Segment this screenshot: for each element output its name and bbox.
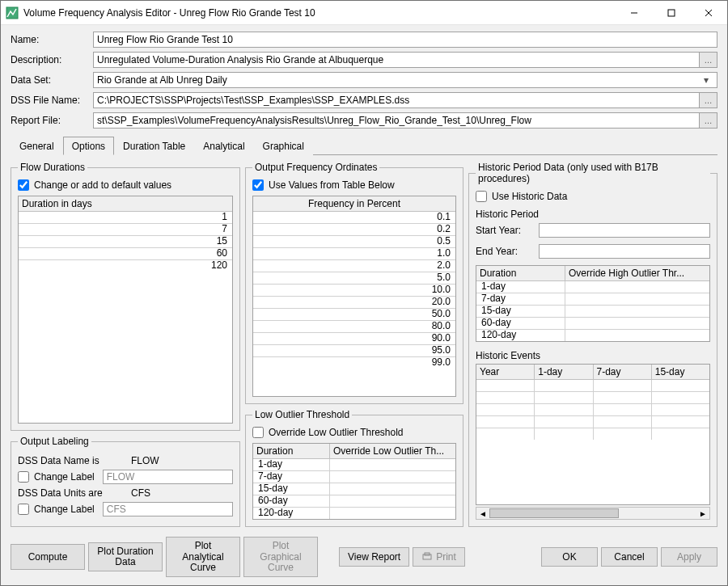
plot-graphical-button[interactable]: Plot Graphical Curve — [243, 537, 318, 577]
table-row[interactable]: 1-day — [253, 459, 455, 471]
tab-options[interactable]: Options — [63, 137, 114, 155]
frequency-grid-body[interactable]: 0.10.20.51.02.05.010.020.050.080.090.095… — [253, 212, 455, 369]
col-mid: Output Frequency Ordinates Use Values fr… — [245, 162, 463, 527]
historic-use-checkbox-input[interactable] — [476, 191, 487, 202]
flow-durations-checkbox-input[interactable] — [18, 179, 29, 191]
table-row[interactable]: 120-day — [476, 330, 709, 341]
maximize-button[interactable] — [653, 1, 690, 24]
change-units-checkbox[interactable]: Change Label — [18, 504, 95, 515]
table-row[interactable]: 60-day — [476, 318, 709, 330]
change-units-input[interactable] — [103, 502, 233, 516]
low-outlier-grid-head: Duration Override Low Outlier Th... — [253, 444, 455, 459]
data-name-label: DSS Data Name is — [18, 455, 123, 466]
historic-use-checkbox[interactable]: Use Historic Data — [476, 191, 710, 202]
tab-graphical[interactable]: Graphical — [254, 137, 313, 155]
historic-col2: Override High Outlier Thr... — [565, 266, 709, 280]
compute-button[interactable]: Compute — [11, 544, 85, 570]
dataset-combo[interactable]: Rio Grande at Alb Unreg Daily ▾ — [93, 72, 717, 88]
table-row[interactable]: 15-day — [476, 306, 709, 318]
low-outlier-grid-body[interactable]: 1-day7-day15-day60-day120-day — [253, 459, 455, 519]
scroll-right-icon[interactable]: ► — [696, 509, 709, 518]
change-units-checkbox-input[interactable] — [18, 504, 29, 515]
table-row[interactable] — [476, 416, 709, 428]
table-row[interactable]: 0.2 — [253, 224, 455, 236]
output-labeling-legend: Output Labeling — [18, 436, 91, 447]
ok-button[interactable]: OK — [541, 547, 598, 567]
dssfile-input[interactable] — [93, 92, 700, 108]
start-year-input[interactable] — [539, 223, 710, 238]
data-name-value: FLOW — [131, 455, 159, 466]
scroll-thumb[interactable] — [489, 508, 619, 518]
description-browse-button[interactable]: … — [700, 52, 717, 68]
table-row[interactable]: 60 — [19, 248, 232, 260]
table-row[interactable]: 60-day — [253, 495, 455, 508]
reportfile-browse-button[interactable]: … — [700, 112, 717, 129]
apply-button[interactable]: Apply — [661, 547, 717, 567]
table-row[interactable]: 10.0 — [253, 285, 455, 297]
row-description: Description: … — [11, 52, 717, 68]
table-row[interactable]: 15-day — [253, 483, 455, 495]
change-name-checkbox[interactable]: Change Label — [18, 471, 95, 483]
table-row[interactable] — [476, 404, 709, 416]
dialog-content: Name: Description: … Data Set: Rio Grand… — [1, 25, 727, 532]
table-row[interactable]: 120-day — [253, 508, 455, 519]
frequency-grid: Frequency in Percent 0.10.20.51.02.05.01… — [252, 196, 456, 397]
tab-analytical[interactable]: Analytical — [194, 137, 253, 155]
table-row[interactable]: 99.0 — [253, 357, 455, 369]
table-row[interactable] — [476, 380, 709, 392]
table-row[interactable]: 1 — [19, 212, 232, 224]
low-outlier-checkbox-input[interactable] — [252, 427, 264, 438]
scroll-left-icon[interactable]: ◄ — [476, 509, 489, 518]
table-row[interactable]: 1-day — [476, 281, 709, 293]
maximize-icon — [667, 9, 675, 17]
table-row[interactable]: 50.0 — [253, 309, 455, 321]
table-row[interactable]: 7 — [19, 224, 232, 236]
table-row[interactable]: 1.0 — [253, 248, 455, 260]
row-dssfile: DSS File Name: … — [11, 92, 717, 108]
description-input[interactable] — [93, 52, 700, 68]
table-row[interactable] — [476, 392, 709, 404]
historic-events-scrollbar[interactable]: ◄ ► — [476, 507, 710, 520]
table-row[interactable]: 0.1 — [253, 212, 455, 224]
table-row[interactable]: 95.0 — [253, 345, 455, 357]
table-row[interactable]: 15 — [19, 236, 232, 248]
historic-events-grid: Year1-day7-day15-day — [476, 364, 710, 505]
low-outlier-checkbox[interactable]: Override Low Outlier Threshold — [252, 427, 456, 438]
dssfile-browse-button[interactable]: … — [700, 92, 717, 108]
reportfile-input[interactable] — [93, 112, 700, 129]
plot-analytical-button[interactable]: Plot Analytical Curve — [166, 537, 240, 577]
change-name-checkbox-input[interactable] — [18, 471, 29, 483]
chevron-down-icon: ▾ — [699, 74, 713, 86]
table-row[interactable]: 120 — [19, 260, 232, 272]
table-row[interactable]: 0.5 — [253, 236, 455, 248]
duration-grid-body[interactable]: 171560120 — [19, 212, 232, 272]
output-frequency-checkbox[interactable]: Use Values from Table Below — [252, 179, 456, 191]
name-input[interactable] — [93, 32, 717, 48]
view-report-button[interactable]: View Report — [339, 547, 409, 567]
row-name: Name: — [11, 32, 717, 48]
historic-events-grid-body[interactable] — [476, 380, 709, 440]
table-row[interactable]: 90.0 — [253, 333, 455, 345]
table-row[interactable]: 7-day — [253, 471, 455, 483]
flow-durations-checkbox[interactable]: Change or add to default values — [18, 179, 233, 191]
cancel-button[interactable]: Cancel — [601, 547, 658, 567]
table-row[interactable]: 5.0 — [253, 272, 455, 285]
historic-duration-grid-body[interactable]: 1-day7-day15-day60-day120-day — [476, 281, 709, 341]
tab-general[interactable]: General — [11, 137, 63, 155]
table-row[interactable] — [476, 428, 709, 440]
change-name-input[interactable] — [103, 470, 233, 484]
svg-rect-1 — [668, 10, 675, 16]
panel-area: Flow Durations Change or add to default … — [11, 157, 717, 527]
print-button[interactable]: Print — [413, 547, 465, 567]
output-frequency-checkbox-input[interactable] — [252, 179, 264, 191]
end-year-input[interactable] — [539, 244, 710, 259]
table-row[interactable]: 20.0 — [253, 297, 455, 309]
close-button[interactable] — [690, 1, 727, 24]
plot-duration-button[interactable]: Plot Duration Data — [88, 542, 163, 571]
tab-bar: General Options Duration Table Analytica… — [11, 136, 717, 155]
table-row[interactable]: 80.0 — [253, 321, 455, 333]
minimize-button[interactable] — [616, 1, 653, 24]
table-row[interactable]: 2.0 — [253, 260, 455, 272]
tab-duration-table[interactable]: Duration Table — [114, 137, 194, 155]
table-row[interactable]: 7-day — [476, 293, 709, 306]
